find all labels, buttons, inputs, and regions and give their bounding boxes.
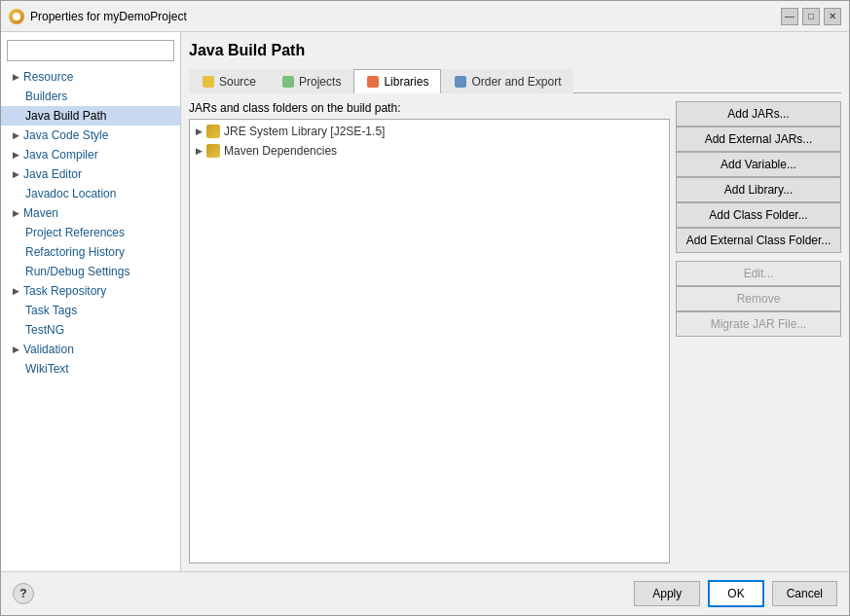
add-external-class-folder-button[interactable]: Add External Class Folder... — [676, 228, 841, 253]
sidebar-item-label-builders: Builders — [25, 90, 67, 103]
sidebar-item-java-build-path[interactable]: Java Build Path — [1, 106, 180, 126]
sidebar-item-label-testng: TestNG — [25, 323, 64, 337]
sidebar-item-label-java-compiler: Java Compiler — [23, 148, 98, 162]
sidebar-item-label-project-references: Project References — [25, 226, 125, 239]
add-jars-button[interactable]: Add JARs... — [676, 101, 841, 127]
cancel-button[interactable]: Cancel — [772, 581, 837, 606]
sidebar-item-label-java-build-path: Java Build Path — [25, 109, 106, 123]
tab-icon-order-and-export — [454, 75, 467, 89]
dialog-title: Properties for myDemoProject — [30, 10, 187, 23]
close-button[interactable]: ✕ — [824, 8, 841, 25]
jar-item-arrow-maven-deps: ▶ — [196, 146, 203, 156]
sidebar-item-label-validation: Validation — [23, 343, 74, 356]
sidebar-item-label-wikitext: WikiText — [25, 362, 69, 376]
sidebar-items-list: ▶ResourceBuildersJava Build Path▶Java Co… — [1, 67, 180, 379]
sidebar-item-wikitext[interactable]: WikiText — [1, 359, 180, 379]
sidebar-item-javadoc-location[interactable]: Javadoc Location — [1, 184, 180, 203]
jar-item-label-jre-system: JRE System Library [J2SE-1.5] — [224, 125, 385, 138]
properties-dialog: Properties for myDemoProject — □ ✕ ▶Reso… — [0, 0, 850, 616]
tab-libraries[interactable]: Libraries — [353, 69, 441, 93]
tabs-bar: SourceProjectsLibrariesOrder and Export — [189, 69, 841, 93]
tab-label-libraries: Libraries — [384, 75, 428, 89]
title-controls: — □ ✕ — [781, 8, 841, 25]
sidebar-item-label-task-tags: Task Tags — [25, 304, 77, 317]
sidebar-item-label-refactoring-history: Refactoring History — [25, 245, 125, 259]
add-variable-button[interactable]: Add Variable... — [676, 152, 841, 177]
dialog-icon — [9, 9, 24, 24]
sidebar-item-arrow-resource: ▶ — [13, 72, 19, 82]
sidebar-item-task-repository[interactable]: ▶Task Repository — [1, 281, 180, 301]
sidebar-item-java-compiler[interactable]: ▶Java Compiler — [1, 145, 180, 164]
sidebar-item-label-maven: Maven — [23, 206, 58, 220]
jar-item-label-maven-deps: Maven Dependencies — [224, 144, 337, 158]
button-spacer — [676, 253, 841, 261]
page-title: Java Build Path — [189, 40, 841, 61]
buttons-panel: Add JARs...Add External JARs...Add Varia… — [676, 101, 841, 563]
sidebar-item-arrow-validation: ▶ — [13, 344, 19, 354]
sidebar-item-label-task-repository: Task Repository — [23, 284, 106, 298]
minimize-button[interactable]: — — [781, 8, 798, 25]
tab-label-order-and-export: Order and Export — [471, 75, 561, 89]
sidebar-item-maven[interactable]: ▶Maven — [1, 203, 180, 223]
dialog-body: ▶ResourceBuildersJava Build Path▶Java Co… — [1, 32, 849, 571]
sidebar-item-testng[interactable]: TestNG — [1, 320, 180, 340]
action-buttons-container: Add JARs...Add External JARs...Add Varia… — [676, 101, 841, 337]
content-area: JARs and class folders on the build path… — [189, 101, 841, 563]
sidebar-item-arrow-java-code-style: ▶ — [13, 130, 19, 140]
main-content: Java Build Path SourceProjectsLibrariesO… — [181, 32, 849, 571]
sidebar-item-label-java-editor: Java Editor — [23, 167, 82, 181]
sidebar-item-label-run-debug-settings: Run/Debug Settings — [25, 265, 129, 278]
sidebar-item-label-javadoc-location: Javadoc Location — [25, 187, 116, 200]
jar-list: ▶JRE System Library [J2SE-1.5]▶Maven Dep… — [189, 119, 670, 563]
add-library-button[interactable]: Add Library... — [676, 177, 841, 202]
jar-item-icon-maven-deps — [206, 144, 220, 158]
sidebar-item-task-tags[interactable]: Task Tags — [1, 301, 180, 320]
tabs-container: SourceProjectsLibrariesOrder and Export — [189, 69, 573, 92]
add-class-folder-button[interactable]: Add Class Folder... — [676, 202, 841, 228]
sidebar-item-run-debug-settings[interactable]: Run/Debug Settings — [1, 262, 180, 281]
bottom-bar: ? Apply OK Cancel — [1, 571, 849, 615]
tab-order-and-export[interactable]: Order and Export — [441, 69, 573, 93]
jar-list-section: JARs and class folders on the build path… — [189, 101, 670, 563]
maximize-button[interactable]: □ — [802, 8, 820, 25]
bottom-left: ? — [13, 583, 34, 604]
ok-button[interactable]: OK — [708, 580, 763, 607]
sidebar-item-label-java-code-style: Java Code Style — [23, 128, 108, 142]
migrate-jar-button: Migrate JAR File... — [676, 311, 841, 337]
sidebar: ▶ResourceBuildersJava Build Path▶Java Co… — [1, 32, 181, 571]
tab-icon-libraries — [366, 75, 380, 89]
sidebar-item-resource[interactable]: ▶Resource — [1, 67, 180, 87]
tab-label-projects: Projects — [299, 75, 341, 89]
remove-button: Remove — [676, 286, 841, 311]
add-external-jars-button[interactable]: Add External JARs... — [676, 127, 841, 152]
help-button[interactable]: ? — [13, 583, 34, 604]
sidebar-item-arrow-java-compiler: ▶ — [13, 150, 19, 160]
jar-item-arrow-jre-system: ▶ — [196, 127, 203, 136]
sidebar-item-builders[interactable]: Builders — [1, 87, 180, 106]
sidebar-item-validation[interactable]: ▶Validation — [1, 340, 180, 359]
sidebar-search-container — [7, 40, 174, 61]
sidebar-item-label-resource: Resource — [23, 70, 73, 84]
sidebar-item-arrow-java-editor: ▶ — [13, 169, 19, 179]
jar-items-container: ▶JRE System Library [J2SE-1.5]▶Maven Dep… — [192, 122, 667, 161]
sidebar-item-java-editor[interactable]: ▶Java Editor — [1, 164, 180, 184]
title-bar: Properties for myDemoProject — □ ✕ — [1, 1, 849, 32]
apply-button[interactable]: Apply — [634, 581, 700, 606]
tab-projects[interactable]: Projects — [269, 69, 353, 93]
sidebar-item-arrow-maven: ▶ — [13, 208, 19, 218]
tab-icon-projects — [281, 75, 295, 89]
jar-item-icon-jre-system — [206, 125, 220, 138]
edit-button: Edit... — [676, 261, 841, 286]
jar-list-label: JARs and class folders on the build path… — [189, 101, 670, 115]
title-bar-left: Properties for myDemoProject — [9, 9, 187, 24]
sidebar-search-input[interactable] — [7, 40, 174, 61]
jar-item-jre-system[interactable]: ▶JRE System Library [J2SE-1.5] — [192, 122, 667, 141]
sidebar-item-java-code-style[interactable]: ▶Java Code Style — [1, 126, 180, 145]
sidebar-item-project-references[interactable]: Project References — [1, 223, 180, 242]
tab-source[interactable]: Source — [189, 69, 269, 93]
sidebar-item-refactoring-history[interactable]: Refactoring History — [1, 242, 180, 262]
sidebar-item-arrow-task-repository: ▶ — [13, 286, 19, 296]
tab-label-source: Source — [219, 75, 256, 89]
jar-item-maven-deps[interactable]: ▶Maven Dependencies — [192, 141, 667, 161]
tab-icon-source — [202, 75, 215, 89]
